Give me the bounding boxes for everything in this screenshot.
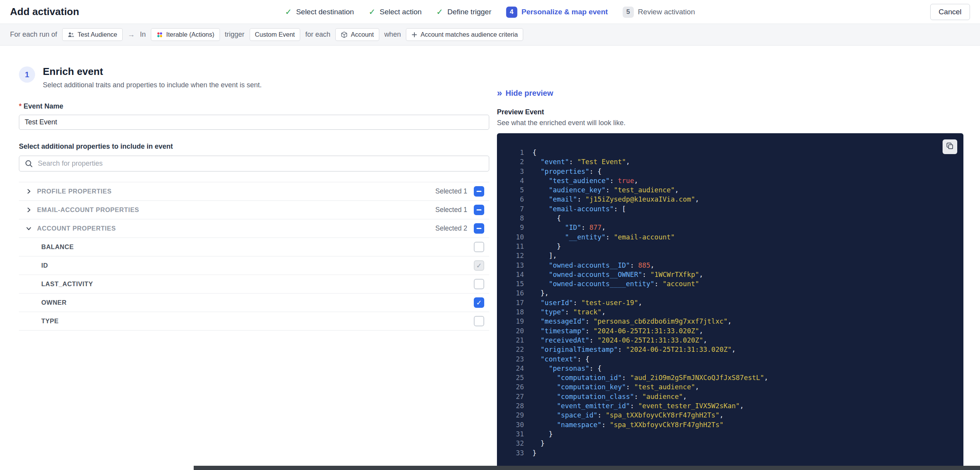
step-select-destination[interactable]: ✓Select destination [285,7,354,17]
code-line: 21 "receivedAt": "2024-06-25T21:31:33.02… [506,336,954,345]
property-row-last-activity[interactable]: LAST_ACTIVITY [19,275,489,294]
chevron-down-icon [25,225,37,232]
checkbox-profile-properties[interactable] [474,186,484,197]
code-text: } [532,429,553,439]
code-line: 31 } [506,429,954,439]
chevron-right-icon [25,207,37,213]
check-icon: ✓ [368,7,375,17]
line-number: 31 [506,429,524,439]
chip-label: Account [351,31,374,38]
line-number: 6 [506,195,524,204]
code-text: "computation_id": "aud_2iO9m2gSFmJNXCoQJ… [532,373,768,382]
search-icon [24,159,33,168]
code-text: "messageId": "personas_cb6zdbo6im9g7xxf7… [532,317,732,326]
property-row-type[interactable]: TYPE [19,312,489,331]
checkbox-owner[interactable] [474,297,484,308]
line-number: 33 [506,448,524,458]
step-define-trigger[interactable]: ✓Define trigger [436,7,492,17]
chip-label: Iterable (Actions) [166,31,215,38]
code-line: 4 "test_audience": true, [506,176,954,185]
line-number: 30 [506,420,524,429]
checkbox-email-account-properties[interactable] [474,205,484,215]
line-number: 26 [506,382,524,392]
section-email-account-properties[interactable]: EMAIL-ACCOUNT PROPERTIESSelected 1 [19,201,489,219]
code-line: 11 } [506,242,954,251]
step-review-activation[interactable]: 5Review activation [622,7,695,18]
trigger-text: In [140,31,146,39]
code-line: 20 "timestamp": "2024-06-25T21:31:33.020… [506,326,954,336]
code-line: 18 "type": "track", [506,307,954,317]
property-row-balance[interactable]: BALANCE [19,238,489,256]
code-text: "type": "track", [532,307,606,317]
code-line: 5 "audience_key": "test_audience", [506,185,954,195]
code-text: "owned-accounts____entity": "account" [532,279,699,288]
section-account-properties[interactable]: ACCOUNT PROPERTIESSelected 2 [19,219,489,238]
property-label: TYPE [41,317,59,325]
section-label: EMAIL-ACCOUNT PROPERTIES [37,206,139,214]
chip-test-audience[interactable]: Test Audience [62,28,123,41]
line-number: 32 [506,439,524,448]
code-line: 22 "originalTimestamp": "2024-06-25T21:3… [506,345,954,354]
line-number: 28 [506,401,524,411]
event-name-label-text: Event Name [24,102,63,110]
chip-iterable-actions[interactable]: Iterable (Actions) [151,28,220,41]
selected-count: Selected 1 [435,187,467,195]
property-row-id[interactable]: ID [19,256,489,275]
code-line: 16 }, [506,288,954,298]
checkbox-last-activity[interactable] [474,279,484,289]
code-text: "timestamp": "2024-06-25T21:31:33.020Z", [532,326,703,336]
code-text: "email": "j15iZysedp@k1euxaIVia.com", [532,195,699,204]
code-line: 26 "computation_key": "test_audience", [506,382,954,392]
step-personalize-map-event[interactable]: 4Personalize & map event [506,7,608,18]
chevron-right-icon [25,188,37,195]
line-number: 17 [506,298,524,307]
copy-button[interactable] [943,139,957,154]
chip-account-matches-audience-criteria[interactable]: Account matches audience criteria [406,28,523,41]
code-line: 13 "owned-accounts__ID": 885, [506,261,954,270]
line-number: 16 [506,288,524,298]
step-select-action[interactable]: ✓Select action [368,7,421,17]
code-text: "namespace": "spa_tXXbfoyvCkY8rF47ghH2Ts… [532,420,723,429]
footer-strip [194,466,980,470]
trigger-text: for each [305,31,330,39]
step-label: Select action [380,8,422,16]
property-row-owner[interactable]: OWNER [19,294,489,312]
checkbox-id[interactable] [474,260,484,271]
line-number: 8 [506,214,524,223]
chip-label: Account matches audience criteria [421,31,518,38]
hide-preview-link[interactable]: » Hide preview [497,89,553,98]
selected-count: Selected 2 [435,224,467,232]
check-icon: ✓ [436,7,443,17]
line-number: 5 [506,185,524,195]
trigger-text: For each run of [10,31,57,39]
code-line: 12 ], [506,251,954,260]
event-name-input[interactable] [19,115,489,130]
code-text: "context": { [532,355,590,364]
code-line: 8 { [506,214,954,223]
main-content: 1 Enrich event Select additional traits … [0,46,980,470]
chip-account[interactable]: Account [335,28,379,41]
section-label: ACCOUNT PROPERTIES [37,225,116,232]
copy-icon [946,142,954,152]
code-line: 27 "computation_class": "audience", [506,392,954,401]
code-text: "owned-accounts__OWNER": "1WCWrTXfkp", [532,270,703,279]
code-text: "event": "Test Event", [532,157,630,166]
search-input[interactable] [37,159,484,168]
checkbox-type[interactable] [474,316,484,326]
line-number: 11 [506,242,524,251]
step-label: Define trigger [447,8,491,16]
cancel-button[interactable]: Cancel [930,4,970,20]
checkbox-balance[interactable] [474,242,484,252]
step-number: 4 [506,7,517,18]
preview-section: » Hide preview Preview Event See what th… [497,46,963,470]
section-label: PROFILE PROPERTIES [37,188,112,195]
property-label: ID [41,262,48,269]
checkbox-account-properties[interactable] [474,223,484,234]
code-line: 19 "messageId": "personas_cb6zdbo6im9g7x… [506,317,954,326]
code-text: "__entity": "email-account" [532,232,675,242]
section-profile-properties[interactable]: PROFILE PROPERTIESSelected 1 [19,182,489,201]
line-number: 7 [506,204,524,214]
chip-custom-event[interactable]: Custom Event [250,28,301,41]
code-line: 15 "owned-accounts____entity": "account" [506,279,954,288]
hide-preview-label: Hide preview [505,89,553,98]
